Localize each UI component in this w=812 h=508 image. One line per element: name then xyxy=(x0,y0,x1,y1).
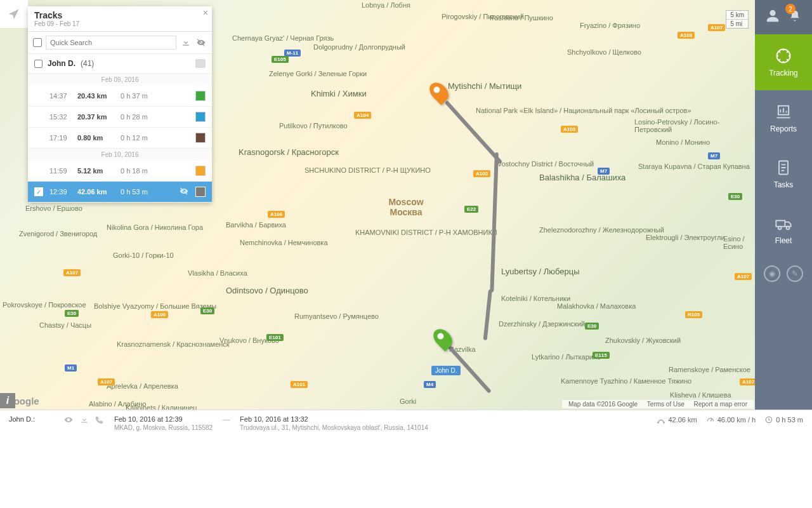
map-place-label: Krasnogorsk / Красногорск xyxy=(239,147,339,157)
map-user-label[interactable]: John D. xyxy=(431,366,461,375)
no-call-icon[interactable] xyxy=(95,415,104,425)
map-place-label: Shchyolkovo / Щелково xyxy=(567,48,641,56)
right-sidebar: 2 Tracking Reports Tasks Fleet ◉ ✎ xyxy=(755,0,812,410)
map-attribution: Map data ©2016 Google Terms of Use Repor… xyxy=(562,400,754,408)
svg-point-6 xyxy=(658,422,658,423)
user-icon[interactable] xyxy=(766,9,780,25)
map-place-label: Chastsy / Часцы xyxy=(39,321,91,329)
track-row[interactable]: 17:190.80 km0 h 12 m xyxy=(28,128,212,149)
quick-search-input[interactable] xyxy=(46,36,176,50)
visibility-toggle-icon[interactable] xyxy=(195,37,207,48)
color-swatch[interactable] xyxy=(195,187,206,197)
geofence-tool-icon[interactable]: ◉ xyxy=(764,265,780,282)
road-badge: A103 xyxy=(473,170,490,177)
map-place-label: Dolgoprudny / Долгопрудный xyxy=(313,43,405,51)
top-icons: 2 xyxy=(755,0,812,34)
road-badge: A104 xyxy=(354,112,371,119)
map-place-label: Mytishchi / Мытищи xyxy=(448,81,521,91)
map-place-label: Pirogovskiy / Пироговский xyxy=(442,13,524,20)
road-badge: A107 xyxy=(735,273,752,280)
notification-badge: 2 xyxy=(785,4,796,14)
map-place-label: Balashikha / Балашиха xyxy=(539,173,625,182)
tracks-daterange: Feb 09 - Feb 17 xyxy=(34,20,206,27)
map-place-label: Gorki-10 / Горки-10 xyxy=(113,251,174,259)
track-row[interactable]: 11:595.12 km0 h 18 m xyxy=(28,161,212,182)
road-badge: A103 xyxy=(561,126,578,133)
color-swatch[interactable] xyxy=(195,166,206,176)
chat-icon[interactable] xyxy=(195,59,206,68)
color-swatch[interactable] xyxy=(195,91,206,101)
track-row[interactable]: 14:3720.43 km0 h 37 m xyxy=(28,86,212,107)
route-segment xyxy=(490,152,499,292)
map-place-label: Bolshiye Vyazyomy / Большие Вяземы xyxy=(94,302,216,310)
map-place-label: Pushkino / Пушкино xyxy=(490,14,553,22)
map-place-label: Malakhovka / Малаховка xyxy=(557,302,636,310)
map-place-label: Staraya Kupavna / Старая Купавна xyxy=(638,163,750,170)
track-checkbox[interactable]: ✓ xyxy=(34,187,43,196)
road-badge: A107 xyxy=(708,24,725,31)
map-place-label: Ramenskoye / Раменское xyxy=(669,366,750,373)
road-badge: E30 xyxy=(585,323,599,330)
date-separator: Feb 10, 2016 xyxy=(28,149,212,161)
trip-start-block: Feb 10, 2016 at 12:39 MKAD, g. Moskva, R… xyxy=(114,415,213,431)
map-place-label: Nemchinovka / Немчиновка xyxy=(240,239,328,246)
map-place-label: Lyubertsy / Люберцы xyxy=(501,267,580,276)
select-all-checkbox[interactable] xyxy=(33,38,42,47)
owner-count: (41) xyxy=(81,59,94,68)
map-place-label: Zvenigorod / Звенигород xyxy=(19,230,97,237)
terms-link[interactable]: Terms of Use xyxy=(647,401,684,408)
ruler-tool-icon[interactable]: ✎ xyxy=(787,265,803,282)
download-icon[interactable] xyxy=(80,415,89,425)
road-badge: E30 xyxy=(65,310,79,317)
road-badge: A101 xyxy=(291,381,308,388)
close-icon[interactable]: × xyxy=(203,8,208,18)
svg-rect-3 xyxy=(776,220,785,226)
map-place-label: Rumyantsevo / Румянцево xyxy=(294,312,379,320)
map-place-label: Khimki / Химки xyxy=(311,89,367,98)
info-icon[interactable]: i xyxy=(0,393,15,408)
track-row[interactable]: ✓ 12:3942.06 km0 h 53 m xyxy=(28,182,212,203)
road-badge: R105 xyxy=(685,311,702,318)
visibility-icon[interactable] xyxy=(179,187,189,197)
map-place-label: Ershovo / Ершово xyxy=(25,204,82,212)
map-place-label: Monino / Монино xyxy=(656,138,710,146)
color-swatch[interactable] xyxy=(195,112,206,122)
track-row[interactable]: 15:3220.37 km0 h 28 m xyxy=(28,107,212,128)
nav-reports[interactable]: Reports xyxy=(755,90,812,146)
map-place-label: Kotelniki / Котельники xyxy=(501,295,570,302)
locate-button[interactable] xyxy=(0,0,28,28)
map-place-label: Odintsovo / Одинцово xyxy=(226,286,308,295)
map-place-label: Gorki xyxy=(400,398,416,405)
map-place-label: Dzerzhinsky / Дзержинский xyxy=(499,320,585,328)
map-place-label: Zelenye Gorki / Зеленые Горки xyxy=(269,70,367,77)
road-badge: A107 xyxy=(63,269,81,276)
report-error-link[interactable]: Report a map error xyxy=(694,401,747,408)
color-swatch[interactable] xyxy=(195,133,206,143)
trip-end-block: Feb 10, 2016 at 13:32 Trudovaya ul., 31,… xyxy=(240,415,428,431)
road-badge: A103 xyxy=(678,32,695,39)
owner-checkbox[interactable] xyxy=(34,60,43,68)
svg-point-5 xyxy=(787,227,790,230)
download-icon[interactable] xyxy=(180,37,192,48)
road-badge: E101 xyxy=(266,334,284,341)
owner-name: John D. xyxy=(48,59,75,68)
svg-point-4 xyxy=(778,227,782,230)
svg-point-0 xyxy=(777,50,790,63)
map-place-label: Vlasikha / Власиха xyxy=(188,269,247,277)
road-badge: M7 xyxy=(708,152,720,159)
eye-icon[interactable] xyxy=(63,415,74,425)
nav-tracking[interactable]: Tracking xyxy=(755,34,812,90)
map-place-label: Pokrovskoye / Покровское xyxy=(3,301,86,309)
nav-fleet[interactable]: Fleet xyxy=(755,202,812,258)
tracks-header: Tracks Feb 09 - Feb 17 × xyxy=(28,6,212,32)
map-place-label: Esino / Есино xyxy=(723,235,755,250)
map-place-label: Putilkovo / Путилково xyxy=(279,122,348,130)
road-badge: M4 xyxy=(424,381,436,388)
map-place-label: Losino-Petrovsky / Лосино-Петровский xyxy=(634,118,755,133)
search-row xyxy=(28,32,212,54)
owner-row[interactable]: John D. (41) xyxy=(28,54,212,74)
nav-tasks[interactable]: Tasks xyxy=(755,146,812,202)
map-place-label: Elektrougli / Электроугли xyxy=(646,234,725,241)
date-separator: Feb 09, 2016 xyxy=(28,74,212,86)
city-moscow: Moscow Москва xyxy=(368,197,444,235)
